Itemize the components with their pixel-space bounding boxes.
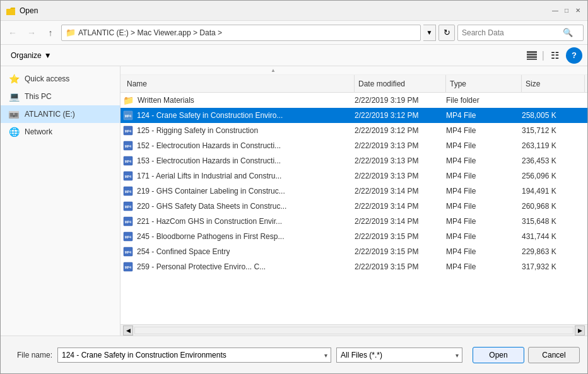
svg-rect-2 xyxy=(527,54,537,56)
mp4-icon: MP4 xyxy=(123,216,133,226)
file-row[interactable]: MP4 254 - Confined Space Entry 2/22/2019… xyxy=(121,244,587,259)
file-row[interactable]: MP4 220 - GHS Safety Data Sheets in Cons… xyxy=(121,199,587,214)
sidebar-item-quick-access[interactable]: ⭐ Quick access xyxy=(1,70,120,88)
mp4-icon: MP4 xyxy=(123,231,133,242)
filetype-select[interactable]: All Files (*.*) xyxy=(336,348,462,363)
file-row[interactable]: MP4 219 - GHS Container Labeling in Cons… xyxy=(121,184,587,199)
cancel-button[interactable]: Cancel xyxy=(528,347,580,363)
svg-text:MP4: MP4 xyxy=(125,144,132,148)
minimize-button[interactable]: — xyxy=(551,6,560,15)
file-type: MP4 File xyxy=(446,232,522,241)
file-name: MP4 171 - Aerial Lifts in Industrial and… xyxy=(123,171,355,181)
refresh-button[interactable]: ↻ xyxy=(438,25,455,41)
organize-button[interactable]: Organize ▼ xyxy=(6,47,57,64)
file-date: 2/22/2019 3:13 PM xyxy=(355,141,446,150)
sidebar-item-atlantic[interactable]: ATLANTIC (E:) xyxy=(1,105,120,123)
file-type: File folder xyxy=(446,96,522,105)
mp4-icon: MP4 xyxy=(123,201,133,211)
file-row[interactable]: MP4 153 - Electrocution Hazards in Const… xyxy=(121,153,587,168)
file-list[interactable]: 📁 Written Materials 2/22/2019 3:19 PM Fi… xyxy=(121,93,587,324)
svg-text:MP4: MP4 xyxy=(125,250,132,254)
svg-text:MP4: MP4 xyxy=(125,190,132,194)
help-button[interactable]: ? xyxy=(566,47,582,64)
mp4-icon: MP4 xyxy=(123,171,133,181)
path-folder-icon: 📁 xyxy=(66,28,76,37)
sort-arrow-up: ▲ xyxy=(271,67,276,73)
file-row[interactable]: MP4 245 - Bloodborne Pathogens in First … xyxy=(121,229,587,244)
file-name: MP4 219 - GHS Container Labeling in Cons… xyxy=(123,186,355,196)
help-icon: ? xyxy=(572,50,577,60)
view-grid-button[interactable]: ☷ xyxy=(546,47,563,64)
address-bar: ← → ↑ 📁 ATLANTIC (E:) > Mac Viewer.app >… xyxy=(1,21,587,45)
organize-arrow: ▼ xyxy=(44,51,52,60)
col-header-name[interactable]: Name xyxy=(123,75,355,93)
col-header-type[interactable]: Type xyxy=(446,75,522,93)
file-row[interactable]: MP4 171 - Aerial Lifts in Industrial and… xyxy=(121,168,587,184)
sidebar-label-network: Network xyxy=(25,127,52,136)
action-buttons: Open Cancel xyxy=(467,347,580,363)
svg-rect-8 xyxy=(9,111,19,113)
sidebar-label-this-pc: This PC xyxy=(25,92,52,101)
file-size: 317,932 K xyxy=(522,262,585,271)
dialog-title: Open xyxy=(20,6,551,15)
file-row[interactable]: MP4 259 - Personal Protective Enviro... … xyxy=(121,259,587,274)
back-button[interactable]: ← xyxy=(4,25,21,41)
forward-button[interactable]: → xyxy=(23,25,40,41)
open-dialog: Open — □ ✕ ← → ↑ 📁 ATLANTIC (E:) > Mac V… xyxy=(0,0,588,374)
col-header-date[interactable]: Date modified xyxy=(355,75,446,93)
svg-point-9 xyxy=(13,115,15,117)
bottom-bar: File name: 124 - Crane Safety in Constru… xyxy=(1,336,587,373)
file-row[interactable]: MP4 125 - Rigging Safety in Construction… xyxy=(121,123,587,138)
hscroll-right-button[interactable]: ▶ xyxy=(575,325,585,336)
file-size: 431,744 K xyxy=(522,232,585,241)
this-pc-icon: 💻 xyxy=(8,91,20,102)
window-controls: — □ ✕ xyxy=(551,6,582,15)
mp4-icon: MP4 xyxy=(123,186,133,196)
file-date: 2/22/2019 3:14 PM xyxy=(355,217,446,226)
file-row[interactable]: MP4 124 - Crane Safety in Construction E… xyxy=(121,108,587,123)
horizontal-scrollbar[interactable]: ◀ ▶ xyxy=(121,324,587,336)
file-row[interactable]: MP4 152 - Electrocution Hazards in Const… xyxy=(121,138,587,153)
address-path[interactable]: 📁 ATLANTIC (E:) > Mac Viewer.app > Data … xyxy=(61,25,421,41)
close-button[interactable]: ✕ xyxy=(573,6,582,15)
file-name: MP4 152 - Electrocution Hazards in Const… xyxy=(123,141,355,151)
toolbar: Organize ▼ | ☷ ? xyxy=(1,45,587,66)
open-label: Open xyxy=(489,351,507,359)
file-type: MP4 File xyxy=(446,202,522,211)
search-box: 🔍 xyxy=(457,25,584,41)
sidebar-item-this-pc[interactable]: 💻 This PC xyxy=(1,88,120,105)
file-row[interactable]: 📁 Written Materials 2/22/2019 3:19 PM Fi… xyxy=(121,93,587,108)
sidebar-item-network[interactable]: 🌐 Network xyxy=(1,123,120,141)
file-type: MP4 File xyxy=(446,217,522,226)
view-divider: | xyxy=(542,50,544,61)
file-type: MP4 File xyxy=(446,187,522,196)
sidebar: ⭐ Quick access 💻 This PC ATLANTIC xyxy=(1,66,121,336)
search-input[interactable] xyxy=(462,28,563,37)
address-dropdown-button[interactable]: ▼ xyxy=(423,25,436,41)
file-size: 263,119 K xyxy=(522,141,585,150)
file-date: 2/22/2019 3:15 PM xyxy=(355,262,446,271)
file-size: 236,453 K xyxy=(522,156,585,165)
hscroll-track[interactable] xyxy=(134,327,573,334)
hscroll-left-button[interactable]: ◀ xyxy=(123,325,133,336)
filename-select[interactable]: 124 - Crane Safety in Construction Envir… xyxy=(57,348,331,363)
file-date: 2/22/2019 3:13 PM xyxy=(355,172,446,180)
mp4-icon: MP4 xyxy=(123,141,133,151)
col-header-size[interactable]: Size xyxy=(522,75,585,93)
file-size: 315,648 K xyxy=(522,217,585,226)
file-type: MP4 File xyxy=(446,247,522,256)
folder-icon: 📁 xyxy=(123,95,134,105)
atlantic-icon xyxy=(8,108,20,120)
file-date: 2/22/2019 3:15 PM xyxy=(355,247,446,256)
network-icon: 🌐 xyxy=(8,126,20,137)
file-row[interactable]: MP4 221 - HazCom GHS in Construction Env… xyxy=(121,214,587,229)
view-list-button[interactable] xyxy=(523,47,541,64)
mp4-icon: MP4 xyxy=(123,110,133,120)
maximize-button[interactable]: □ xyxy=(562,6,571,15)
content-area: ⭐ Quick access 💻 This PC ATLANTIC xyxy=(1,66,587,336)
file-size: 315,712 K xyxy=(522,126,585,135)
open-button[interactable]: Open xyxy=(473,347,524,363)
up-button[interactable]: ↑ xyxy=(42,25,59,41)
file-date: 2/22/2019 3:14 PM xyxy=(355,187,446,196)
mp4-icon: MP4 xyxy=(123,262,133,272)
